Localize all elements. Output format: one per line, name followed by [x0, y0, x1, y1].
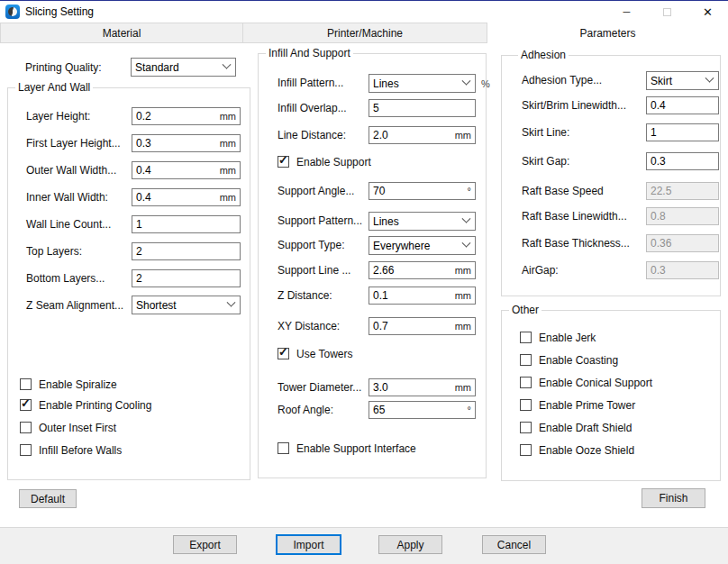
chevron-down-icon — [227, 298, 236, 307]
infill-overlap-value: 5 — [373, 102, 379, 114]
support-line-input[interactable]: 2.66 mm — [369, 261, 476, 279]
raft-base-thickness-value: 0.36 — [651, 237, 671, 250]
bottom-layers-label: Bottom Layers... — [26, 272, 105, 285]
tower-diameter-value: 3.0 — [373, 381, 388, 394]
z-distance-label: Z Distance: — [278, 289, 332, 302]
close-button[interactable]: ✕ — [687, 1, 728, 23]
wall-line-count-value: 1 — [136, 218, 142, 231]
adhesion-group: Adhesion Adhesion Type... Skirt Skirt/Br… — [501, 55, 721, 296]
xy-distance-unit: mm — [455, 321, 471, 332]
xy-distance-label: XY Distance: — [278, 320, 340, 332]
enable-printing-cooling-label: Enable Printing Cooling — [39, 399, 151, 412]
enable-spiralize-checkbox[interactable]: ✓ Enable Spiralize — [20, 378, 117, 391]
bottom-layers-input[interactable]: 2 — [132, 269, 241, 287]
infill-overlap-input[interactable]: 5 — [369, 99, 476, 117]
tab-bar: Material Printer/Machine Parameters — [0, 23, 728, 43]
layer-height-input[interactable]: 0.2 mm — [132, 107, 241, 125]
wall-line-count-input[interactable]: 1 — [132, 215, 241, 233]
infill-before-walls-checkbox[interactable]: ✓ Infill Before Walls — [20, 443, 122, 457]
top-layers-value: 2 — [136, 245, 142, 258]
tab-material[interactable]: Material — [0, 23, 243, 43]
infill-pattern-label: Infill Pattern... — [278, 77, 343, 89]
roof-angle-input[interactable]: 65 ° — [369, 401, 476, 419]
close-icon: ✕ — [703, 5, 713, 19]
tower-diameter-input[interactable]: 3.0 mm — [369, 378, 476, 396]
outer-inset-first-label: Outer Inset First — [39, 422, 116, 434]
xy-distance-input[interactable]: 0.7 mm — [369, 317, 476, 335]
import-button[interactable]: Import — [276, 534, 341, 555]
chevron-down-icon — [462, 77, 471, 86]
skirt-brim-linewidth-label: Skirt/Brim Linewidth... — [522, 99, 626, 112]
minimize-button[interactable]: ─ — [606, 1, 647, 23]
top-layers-input[interactable]: 2 — [132, 242, 241, 260]
infill-and-support-group: Infill And Support Infill Pattern... Lin… — [258, 53, 487, 478]
support-pattern-select[interactable]: Lines — [369, 212, 476, 231]
check-icon: ✓ — [21, 396, 31, 410]
infill-pattern-select[interactable]: Lines — [369, 74, 476, 93]
infill-overlap-label: Infill Overlap... — [278, 102, 347, 114]
apply-button[interactable]: Apply — [378, 535, 442, 554]
chevron-down-icon — [462, 214, 471, 223]
chevron-down-icon — [223, 60, 232, 69]
infill-and-support-title: Infill And Support — [266, 47, 353, 59]
adhesion-type-label: Adhesion Type... — [522, 74, 602, 86]
support-type-label: Support Type: — [278, 239, 345, 251]
enable-coasting-checkbox[interactable]: ✓ Enable Coasting — [520, 353, 618, 367]
top-layers-label: Top Layers: — [26, 245, 82, 258]
z-seam-alignment-select[interactable]: Shortest — [132, 296, 241, 314]
inner-wall-width-unit: mm — [220, 192, 236, 203]
skirt-line-value: 1 — [651, 126, 657, 139]
enable-ooze-shield-checkbox[interactable]: ✓ Enable Ooze Shield — [520, 443, 634, 457]
enable-jerk-checkbox[interactable]: ✓ Enable Jerk — [520, 331, 596, 344]
line-distance-input[interactable]: 2.0 mm — [369, 126, 476, 144]
enable-printing-cooling-checkbox[interactable]: ✓ Enable Printing Cooling — [20, 398, 151, 412]
support-type-select[interactable]: Everywhere — [369, 236, 476, 255]
raft-base-linewidth-value: 0.8 — [651, 210, 666, 223]
use-towers-checkbox[interactable]: ✓ Use Towers — [278, 347, 352, 360]
roof-angle-unit: ° — [468, 405, 471, 415]
default-button[interactable]: Default — [19, 489, 77, 508]
support-angle-label: Support Angle... — [278, 185, 354, 197]
outer-wall-width-input[interactable]: 0.4 mm — [132, 161, 241, 179]
outer-wall-width-unit: mm — [220, 165, 236, 176]
skirt-gap-input[interactable]: 0.3 — [646, 152, 719, 170]
inner-wall-width-input[interactable]: 0.4 mm — [132, 188, 241, 206]
app-icon — [5, 5, 20, 19]
adhesion-type-select[interactable]: Skirt — [646, 71, 719, 90]
enable-prime-tower-label: Enable Prime Tower — [539, 399, 635, 412]
enable-draft-shield-label: Enable Draft Shield — [539, 422, 632, 434]
first-layer-height-input[interactable]: 0.3 mm — [132, 134, 241, 152]
export-button[interactable]: Export — [173, 535, 237, 554]
outer-inset-first-checkbox[interactable]: ✓ Outer Inset First — [20, 421, 116, 434]
enable-conical-support-checkbox[interactable]: ✓ Enable Conical Support — [520, 376, 652, 389]
z-distance-input[interactable]: 0.1 mm — [369, 287, 476, 305]
support-pattern-value: Lines — [373, 215, 399, 228]
raft-base-linewidth-input: 0.8 — [646, 207, 719, 225]
bottom-button-bar: Export Import Apply Cancel — [0, 527, 728, 564]
enable-draft-shield-checkbox[interactable]: ✓ Enable Draft Shield — [520, 421, 632, 434]
skirt-brim-linewidth-input[interactable]: 0.4 — [646, 96, 719, 114]
finish-button[interactable]: Finish — [642, 488, 705, 508]
enable-support-checkbox[interactable]: ✓ Enable Support — [278, 155, 371, 168]
support-angle-input[interactable]: 70 ° — [369, 182, 476, 200]
skirt-gap-value: 0.3 — [651, 155, 666, 168]
raft-base-linewidth-label: Raft Base Linewidth... — [522, 210, 627, 223]
cancel-button[interactable]: Cancel — [482, 535, 546, 554]
tab-printer-machine[interactable]: Printer/Machine — [243, 23, 487, 43]
raft-base-speed-value: 22.5 — [651, 185, 671, 197]
skirt-gap-label: Skirt Gap: — [522, 155, 569, 168]
support-pattern-label: Support Pattern... — [278, 214, 362, 227]
line-distance-value: 2.0 — [373, 129, 388, 141]
skirt-line-input[interactable]: 1 — [646, 123, 719, 141]
enable-ooze-shield-label: Enable Ooze Shield — [539, 444, 634, 457]
layer-height-value: 0.2 — [136, 110, 151, 123]
wall-line-count-label: Wall Line Count... — [26, 218, 111, 231]
enable-support-interface-checkbox[interactable]: ✓ Enable Support Interface — [278, 441, 416, 455]
printing-quality-select[interactable]: Standard — [131, 58, 236, 77]
enable-prime-tower-checkbox[interactable]: ✓ Enable Prime Tower — [520, 398, 635, 412]
z-seam-alignment-value: Shortest — [136, 299, 177, 312]
titlebar: Slicing Setting ─ ✕ — [0, 1, 728, 23]
raft-base-thickness-input: 0.36 — [646, 234, 719, 252]
tab-parameters[interactable]: Parameters — [487, 23, 728, 43]
raft-base-speed-input: 22.5 — [646, 182, 719, 200]
